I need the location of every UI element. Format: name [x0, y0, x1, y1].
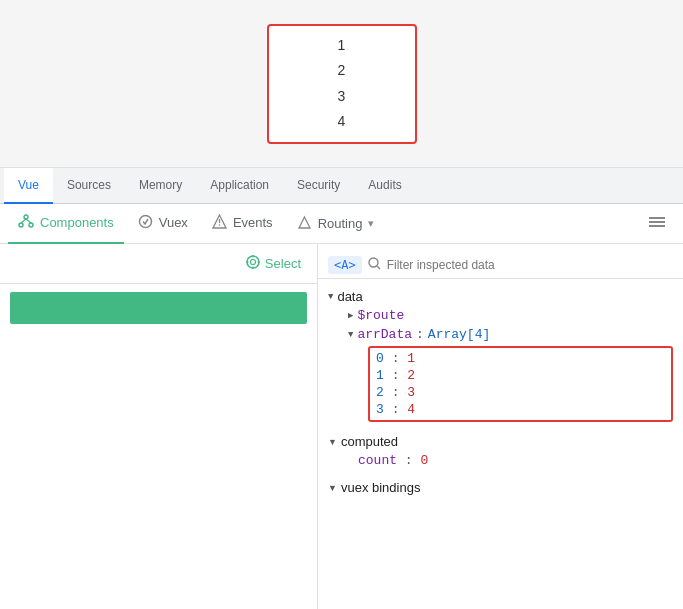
svg-point-5 [139, 215, 151, 227]
vuex-bindings-header[interactable]: ▼ vuex bindings [328, 478, 673, 497]
data-tree: ▼ data ▶ $route ▼ arrData : Array[4] 0 [318, 283, 683, 428]
browser-tabs: Vue Sources Memory Application Security … [0, 168, 683, 204]
select-label: Select [265, 256, 301, 271]
component-item[interactable] [10, 292, 307, 324]
tab-sources[interactable]: Sources [53, 168, 125, 204]
events-tab-label: Events [233, 215, 273, 230]
arr-data-box: 0 : 1 1 : 2 2 : 3 3 [368, 346, 673, 422]
arr-triangle-icon: ▼ [348, 330, 353, 340]
tab-events[interactable]: Events [202, 204, 283, 244]
tab-components[interactable]: Components [8, 204, 124, 244]
left-toolbar: Select [0, 244, 317, 284]
svg-point-1 [19, 223, 23, 227]
components-tab-label: Components [40, 215, 114, 230]
vuex-bindings-label: vuex bindings [341, 480, 421, 495]
svg-rect-11 [649, 221, 665, 223]
preview-number-4: 4 [338, 109, 346, 134]
tab-application[interactable]: Application [196, 168, 283, 204]
arr-data-key: arrData [357, 327, 412, 342]
tab-audits[interactable]: Audits [354, 168, 415, 204]
events-icon [212, 214, 227, 232]
routing-icon [297, 215, 312, 233]
svg-point-8 [219, 224, 221, 226]
arr-data-type: Array[4] [428, 327, 490, 342]
svg-point-14 [250, 260, 255, 265]
arr-item-3: 3 : 4 [376, 401, 665, 418]
computed-count-item: count : 0 [328, 451, 673, 470]
vuex-icon [138, 214, 153, 232]
chevron-down-icon: ▾ [368, 217, 374, 230]
arr-item-1: 1 : 2 [376, 367, 665, 384]
preview-number-2: 2 [338, 58, 346, 83]
select-icon [245, 254, 261, 273]
preview-number-1: 1 [338, 33, 346, 58]
svg-line-3 [21, 219, 26, 223]
filter-bar: <A> [318, 252, 683, 279]
svg-point-0 [24, 215, 28, 219]
route-item[interactable]: ▶ $route [328, 306, 673, 325]
preview-number-3: 3 [338, 84, 346, 109]
search-icon [368, 257, 381, 273]
computed-label: computed [341, 434, 398, 449]
routing-tab-label: Routing [318, 216, 363, 231]
svg-marker-9 [299, 217, 310, 228]
more-options-button[interactable] [639, 210, 675, 238]
triangle-down-icon: ▼ [328, 292, 333, 302]
svg-point-19 [369, 258, 378, 267]
filter-tag: <A> [328, 256, 362, 274]
preview-area: 1 2 3 4 [0, 0, 683, 168]
tab-vue[interactable]: Vue [4, 168, 53, 204]
components-icon [18, 213, 34, 232]
route-key: $route [357, 308, 404, 323]
computed-triangle-icon: ▼ [328, 437, 337, 447]
arr-data-section: ▼ arrData : Array[4] 0 : 1 1 : 2 [328, 325, 673, 422]
right-panel: <A> ▼ data ▶ $route ▼ [318, 244, 683, 609]
svg-point-13 [247, 256, 259, 268]
computed-section: ▼ computed count : 0 [318, 428, 683, 474]
filter-input[interactable] [387, 258, 673, 272]
triangle-right-icon: ▶ [348, 310, 353, 321]
tab-routing[interactable]: Routing ▾ [287, 204, 385, 244]
arr-item-2: 2 : 3 [376, 384, 665, 401]
svg-line-20 [377, 266, 380, 269]
svg-point-2 [29, 223, 33, 227]
main-content: Select <A> ▼ data ▶ $rou [0, 244, 683, 609]
data-section-header[interactable]: ▼ data [328, 287, 673, 306]
left-panel: Select [0, 244, 318, 609]
data-section-label: data [337, 289, 362, 304]
svg-line-4 [26, 219, 31, 223]
select-button[interactable]: Select [239, 250, 307, 277]
computed-header[interactable]: ▼ computed [328, 432, 673, 451]
tab-memory[interactable]: Memory [125, 168, 196, 204]
vuex-bindings-section: ▼ vuex bindings [318, 474, 683, 501]
vuex-triangle-icon: ▼ [328, 483, 337, 493]
tab-vuex[interactable]: Vuex [128, 204, 198, 244]
numbered-box: 1 2 3 4 [267, 24, 417, 144]
svg-rect-12 [649, 225, 665, 227]
arr-data-header[interactable]: ▼ arrData : Array[4] [348, 325, 673, 344]
arr-item-0: 0 : 1 [376, 350, 665, 367]
vuex-tab-label: Vuex [159, 215, 188, 230]
svg-rect-10 [649, 217, 665, 219]
vue-toolbar: Components Vuex Events Routing ▾ [0, 204, 683, 244]
tab-security[interactable]: Security [283, 168, 354, 204]
